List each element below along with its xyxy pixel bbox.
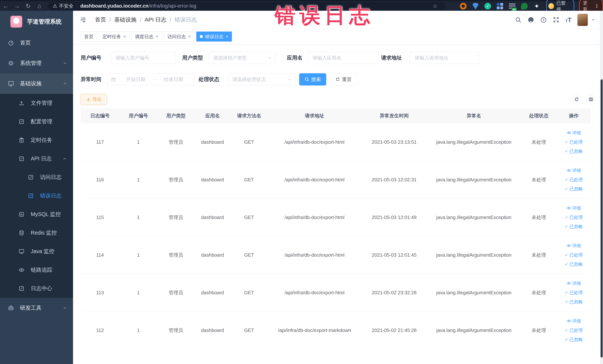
extension-icon-4[interactable] — [497, 3, 503, 10]
upload-icon — [19, 100, 24, 106]
close-icon[interactable]: × — [188, 34, 191, 39]
cell-method: GET — [231, 328, 268, 333]
help-icon[interactable]: ? — [540, 16, 547, 23]
scrollbar-thumb[interactable] — [601, 79, 603, 357]
cell-method: GET — [231, 177, 268, 183]
close-icon[interactable]: × — [226, 34, 228, 39]
extension-icon-3[interactable]: ✓ — [484, 3, 491, 10]
extension-icon-1[interactable] — [460, 3, 467, 10]
sidebar-item-file-manage[interactable]: 文件管理 — [0, 94, 73, 112]
process-status-select-input[interactable] — [228, 73, 295, 85]
mark-ignored-link[interactable]: ✓ 已忽略 — [565, 260, 583, 268]
extension-icon-2[interactable] — [472, 3, 479, 10]
reset-button[interactable]: 重置 — [330, 73, 357, 85]
security-label[interactable]: 不安全 — [59, 3, 73, 9]
sidebar-item-mysql[interactable]: MySQL 监控 — [0, 205, 73, 224]
chevron-down-icon — [63, 61, 68, 66]
mark-ignored-link[interactable]: ✓ 已忽略 — [565, 335, 583, 344]
mark-processed-link[interactable]: ✓ 已处理 — [565, 251, 583, 259]
extension-icon-5[interactable]: on — [509, 3, 515, 10]
request-url-input[interactable] — [410, 52, 479, 64]
column-settings-button[interactable] — [586, 94, 596, 104]
mark-processed-link[interactable]: ✓ 已处理 — [565, 213, 583, 221]
user-id-input[interactable] — [111, 52, 175, 64]
extension-icon-6[interactable] — [521, 3, 528, 10]
kebab-menu-icon[interactable]: ⋮ — [594, 3, 599, 9]
refresh-table-button[interactable] — [572, 94, 581, 104]
back-icon[interactable]: ← — [0, 3, 11, 10]
app-name-input[interactable] — [308, 52, 378, 64]
sidebar-item-config-manage[interactable]: 配置管理 — [0, 112, 73, 131]
mark-ignored-link[interactable]: ✓ 已忽略 — [565, 298, 583, 306]
logo[interactable]: 芋道管理系统 — [0, 11, 73, 33]
sidebar-toggle-icon[interactable] — [79, 17, 87, 23]
reload-icon[interactable]: ↻ — [23, 3, 34, 10]
address-bar[interactable]: ⚠ 不安全 dashboard.yudao.iocoder.cn /infra/… — [48, 2, 446, 10]
tab-home[interactable]: 首页 — [81, 32, 97, 42]
close-icon[interactable]: × — [123, 34, 126, 39]
url-path[interactable]: /infra/log/api-error-log — [149, 3, 196, 9]
user-type-select-input[interactable] — [209, 52, 275, 64]
tab-error-log[interactable]: 错误日志× — [196, 32, 232, 42]
search-icon[interactable] — [515, 16, 522, 23]
forward-icon[interactable]: → — [11, 3, 23, 10]
home-icon[interactable]: ⌂ — [34, 3, 45, 10]
start-date-placeholder[interactable]: 开始日期 — [119, 76, 153, 83]
eye-icon — [567, 281, 571, 286]
exception-time-range-picker[interactable]: 开始日期 - 结束日期 — [107, 73, 194, 85]
sidebar-item-infra[interactable]: 基础设施 — [0, 73, 73, 94]
cell-exception-time: 2021-05-02 21:45:28 — [361, 328, 427, 333]
sidebar-item-home[interactable]: 首页 — [0, 33, 73, 53]
tab-job-log[interactable]: 调度日志× — [131, 32, 162, 42]
bookmark-star-icon[interactable]: ☆ — [433, 3, 438, 9]
mark-processed-link[interactable]: ✓ 已处理 — [565, 289, 583, 297]
process-status-select[interactable] — [228, 73, 295, 85]
close-icon[interactable]: × — [156, 34, 158, 39]
scrollbar[interactable] — [600, 11, 603, 364]
end-date-placeholder[interactable]: 结束日期 — [157, 76, 190, 83]
sidebar-item-system[interactable]: 系统管理 — [0, 53, 73, 73]
cell-exception-time: 2021-05-03 12:01:45 — [361, 252, 427, 258]
github-icon[interactable] — [528, 16, 534, 23]
sidebar-item-log-center[interactable]: 日志中心 — [0, 279, 73, 298]
mark-ignored-link[interactable]: ✓ 已忽略 — [565, 147, 583, 155]
fullscreen-icon[interactable] — [553, 16, 559, 23]
sidebar-item-api-log[interactable]: API 日志 — [0, 150, 73, 168]
user-type-select[interactable] — [209, 52, 275, 64]
sidebar-item-error-log[interactable]: 错误日志 — [0, 187, 73, 205]
mark-ignored-link[interactable]: ✓ 已忽略 — [565, 185, 583, 193]
mark-processed-link[interactable]: ✓ 已处理 — [565, 138, 583, 146]
export-button[interactable]: 导出 — [81, 94, 107, 105]
detail-link[interactable]: 详细 — [567, 242, 581, 250]
cell-request-url: /api/infra/db-doc/export-markdown — [268, 328, 361, 333]
tab-job[interactable]: 定时任务× — [99, 32, 129, 42]
sidebar-item-java[interactable]: Java 监控 — [0, 242, 73, 261]
font-size-icon[interactable]: TT — [565, 16, 571, 23]
mark-processed-link[interactable]: ✓ 已处理 — [565, 326, 583, 334]
sidebar-item-trace[interactable]: 链路追踪 — [0, 261, 73, 279]
active-tab-dot — [200, 35, 203, 38]
mark-ignored-link[interactable]: ✓ 已忽略 — [565, 223, 583, 231]
detail-link[interactable]: 详细 — [567, 204, 581, 212]
sidebar-item-devtools[interactable]: 研发工具 — [0, 298, 73, 318]
detail-link[interactable]: 详细 — [567, 166, 581, 175]
extension-icon-7[interactable]: ✦ — [533, 3, 540, 10]
cell-exception-name: java.lang.IllegalArgumentException — [427, 252, 521, 258]
detail-link[interactable]: 详细 — [567, 129, 581, 137]
url-domain[interactable]: dashboard.yudao.iocoder.cn — [80, 3, 149, 9]
sidebar-item-access-log[interactable]: 访问日志 — [0, 168, 73, 187]
detail-link[interactable]: 详细 — [567, 279, 581, 287]
caret-down-icon[interactable] — [591, 17, 596, 22]
breadcrumb-item[interactable]: API 日志 — [145, 16, 166, 23]
sidebar-item-redis[interactable]: Redis 监控 — [0, 224, 73, 242]
detail-link[interactable]: 详细 — [567, 317, 581, 325]
cell-request-url: /api/infra/db-doc/export-html — [268, 214, 361, 220]
avatar[interactable] — [577, 14, 588, 26]
tab-access-log[interactable]: 访问日志× — [164, 32, 194, 42]
sidebar-item-job[interactable]: 定时任务 — [0, 131, 73, 150]
mark-processed-link[interactable]: ✓ 已处理 — [565, 176, 583, 184]
breadcrumb-item[interactable]: 首页 — [95, 16, 106, 23]
range-separator: - — [153, 77, 157, 82]
search-button[interactable]: 搜索 — [299, 73, 326, 85]
breadcrumb-item[interactable]: 基础设施 — [114, 16, 136, 23]
